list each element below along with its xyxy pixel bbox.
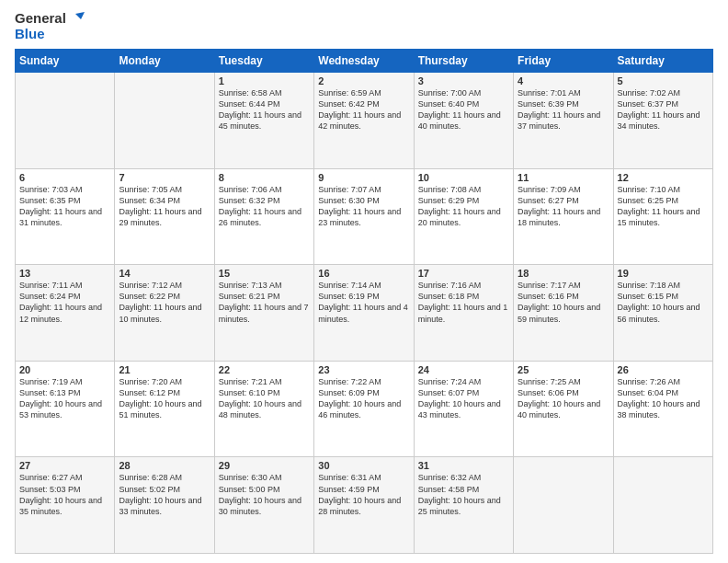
day-info: Sunrise: 7:14 AM Sunset: 6:19 PM Dayligh… bbox=[318, 280, 409, 325]
weekday-header-row: SundayMondayTuesdayWednesdayThursdayFrid… bbox=[16, 50, 713, 73]
calendar-cell: 13Sunrise: 7:11 AM Sunset: 6:24 PM Dayli… bbox=[16, 265, 115, 362]
weekday-header-wednesday: Wednesday bbox=[314, 50, 414, 73]
calendar-cell: 27Sunrise: 6:27 AM Sunset: 5:03 PM Dayli… bbox=[16, 457, 115, 554]
calendar-week-2: 6Sunrise: 7:03 AM Sunset: 6:35 PM Daylig… bbox=[16, 168, 713, 265]
day-number: 17 bbox=[418, 268, 509, 279]
day-info: Sunrise: 7:19 AM Sunset: 6:13 PM Dayligh… bbox=[19, 376, 110, 421]
weekday-header-friday: Friday bbox=[514, 50, 613, 73]
day-info: Sunrise: 7:13 AM Sunset: 6:21 PM Dayligh… bbox=[219, 280, 310, 325]
calendar-cell: 24Sunrise: 7:24 AM Sunset: 6:07 PM Dayli… bbox=[414, 361, 513, 457]
day-number: 8 bbox=[219, 172, 310, 183]
calendar-cell: 29Sunrise: 6:30 AM Sunset: 5:00 PM Dayli… bbox=[214, 457, 313, 554]
day-number: 2 bbox=[318, 75, 409, 86]
calendar-cell bbox=[613, 457, 712, 554]
calendar-cell: 21Sunrise: 7:20 AM Sunset: 6:12 PM Dayli… bbox=[115, 361, 214, 457]
calendar-cell: 7Sunrise: 7:05 AM Sunset: 6:34 PM Daylig… bbox=[115, 168, 214, 265]
calendar-cell: 8Sunrise: 7:06 AM Sunset: 6:32 PM Daylig… bbox=[214, 168, 313, 265]
day-info: Sunrise: 7:26 AM Sunset: 6:04 PM Dayligh… bbox=[618, 376, 709, 421]
svg-marker-0 bbox=[75, 12, 85, 19]
day-number: 23 bbox=[318, 364, 409, 375]
day-info: Sunrise: 7:03 AM Sunset: 6:35 PM Dayligh… bbox=[19, 184, 110, 229]
day-number: 15 bbox=[219, 268, 310, 279]
day-number: 18 bbox=[518, 268, 609, 279]
weekday-header-sunday: Sunday bbox=[16, 50, 115, 73]
logo: General Blue bbox=[15, 11, 85, 41]
weekday-header-tuesday: Tuesday bbox=[214, 50, 313, 73]
day-number: 7 bbox=[119, 172, 210, 183]
day-number: 6 bbox=[19, 172, 110, 183]
day-info: Sunrise: 6:32 AM Sunset: 4:58 PM Dayligh… bbox=[418, 472, 509, 517]
day-info: Sunrise: 7:08 AM Sunset: 6:29 PM Dayligh… bbox=[418, 184, 509, 229]
calendar-cell: 3Sunrise: 7:00 AM Sunset: 6:40 PM Daylig… bbox=[414, 73, 513, 169]
calendar-cell: 16Sunrise: 7:14 AM Sunset: 6:19 PM Dayli… bbox=[314, 265, 414, 362]
calendar-week-4: 20Sunrise: 7:19 AM Sunset: 6:13 PM Dayli… bbox=[16, 361, 713, 457]
day-number: 29 bbox=[219, 460, 310, 471]
day-number: 28 bbox=[119, 460, 210, 471]
calendar-cell: 15Sunrise: 7:13 AM Sunset: 6:21 PM Dayli… bbox=[214, 265, 313, 362]
day-info: Sunrise: 7:20 AM Sunset: 6:12 PM Dayligh… bbox=[119, 376, 210, 421]
day-info: Sunrise: 7:18 AM Sunset: 6:15 PM Dayligh… bbox=[618, 280, 709, 325]
logo-blue-text: Blue bbox=[15, 27, 85, 42]
weekday-header-monday: Monday bbox=[115, 50, 214, 73]
day-info: Sunrise: 7:10 AM Sunset: 6:25 PM Dayligh… bbox=[618, 184, 709, 229]
day-number: 21 bbox=[119, 364, 210, 375]
calendar-cell: 22Sunrise: 7:21 AM Sunset: 6:10 PM Dayli… bbox=[214, 361, 313, 457]
day-number: 5 bbox=[618, 75, 709, 86]
calendar-cell bbox=[16, 73, 115, 169]
calendar-cell bbox=[514, 457, 613, 554]
day-info: Sunrise: 7:24 AM Sunset: 6:07 PM Dayligh… bbox=[418, 376, 509, 421]
day-info: Sunrise: 7:00 AM Sunset: 6:40 PM Dayligh… bbox=[418, 87, 509, 132]
day-number: 24 bbox=[418, 364, 509, 375]
page-header: General Blue bbox=[15, 11, 713, 41]
calendar-cell: 31Sunrise: 6:32 AM Sunset: 4:58 PM Dayli… bbox=[414, 457, 513, 554]
day-info: Sunrise: 7:01 AM Sunset: 6:39 PM Dayligh… bbox=[518, 87, 609, 132]
calendar-cell: 25Sunrise: 7:25 AM Sunset: 6:06 PM Dayli… bbox=[514, 361, 613, 457]
logo-bird-icon bbox=[68, 12, 85, 25]
calendar-cell: 14Sunrise: 7:12 AM Sunset: 6:22 PM Dayli… bbox=[115, 265, 214, 362]
day-info: Sunrise: 7:07 AM Sunset: 6:30 PM Dayligh… bbox=[318, 184, 409, 229]
logo-general-text: General bbox=[15, 11, 66, 27]
calendar-cell: 19Sunrise: 7:18 AM Sunset: 6:15 PM Dayli… bbox=[613, 265, 712, 362]
calendar-cell: 18Sunrise: 7:17 AM Sunset: 6:16 PM Dayli… bbox=[514, 265, 613, 362]
day-number: 9 bbox=[318, 172, 409, 183]
day-info: Sunrise: 6:58 AM Sunset: 6:44 PM Dayligh… bbox=[219, 87, 310, 132]
calendar-cell: 4Sunrise: 7:01 AM Sunset: 6:39 PM Daylig… bbox=[514, 73, 613, 169]
day-info: Sunrise: 7:21 AM Sunset: 6:10 PM Dayligh… bbox=[219, 376, 310, 421]
calendar-cell: 2Sunrise: 6:59 AM Sunset: 6:42 PM Daylig… bbox=[314, 73, 414, 169]
day-number: 13 bbox=[19, 268, 110, 279]
weekday-header-saturday: Saturday bbox=[613, 50, 712, 73]
calendar-week-3: 13Sunrise: 7:11 AM Sunset: 6:24 PM Dayli… bbox=[16, 265, 713, 362]
day-info: Sunrise: 7:12 AM Sunset: 6:22 PM Dayligh… bbox=[119, 280, 210, 325]
calendar-cell: 28Sunrise: 6:28 AM Sunset: 5:02 PM Dayli… bbox=[115, 457, 214, 554]
calendar-cell: 5Sunrise: 7:02 AM Sunset: 6:37 PM Daylig… bbox=[613, 73, 712, 169]
day-number: 27 bbox=[19, 460, 110, 471]
day-info: Sunrise: 6:59 AM Sunset: 6:42 PM Dayligh… bbox=[318, 87, 409, 132]
day-number: 14 bbox=[119, 268, 210, 279]
calendar-cell: 10Sunrise: 7:08 AM Sunset: 6:29 PM Dayli… bbox=[414, 168, 513, 265]
calendar-table: SundayMondayTuesdayWednesdayThursdayFrid… bbox=[15, 49, 713, 554]
day-info: Sunrise: 7:06 AM Sunset: 6:32 PM Dayligh… bbox=[219, 184, 310, 229]
day-number: 30 bbox=[318, 460, 409, 471]
day-info: Sunrise: 7:22 AM Sunset: 6:09 PM Dayligh… bbox=[318, 376, 409, 421]
day-info: Sunrise: 7:05 AM Sunset: 6:34 PM Dayligh… bbox=[119, 184, 210, 229]
calendar-cell: 17Sunrise: 7:16 AM Sunset: 6:18 PM Dayli… bbox=[414, 265, 513, 362]
calendar-cell: 20Sunrise: 7:19 AM Sunset: 6:13 PM Dayli… bbox=[16, 361, 115, 457]
day-info: Sunrise: 7:11 AM Sunset: 6:24 PM Dayligh… bbox=[19, 280, 110, 325]
day-number: 11 bbox=[518, 172, 609, 183]
day-number: 3 bbox=[418, 75, 509, 86]
day-info: Sunrise: 6:31 AM Sunset: 4:59 PM Dayligh… bbox=[318, 472, 409, 517]
weekday-header-thursday: Thursday bbox=[414, 50, 513, 73]
calendar-cell bbox=[115, 73, 214, 169]
day-info: Sunrise: 6:30 AM Sunset: 5:00 PM Dayligh… bbox=[219, 472, 310, 517]
day-number: 4 bbox=[518, 75, 609, 86]
logo-container: General Blue bbox=[15, 11, 85, 41]
calendar-week-5: 27Sunrise: 6:27 AM Sunset: 5:03 PM Dayli… bbox=[16, 457, 713, 554]
day-number: 22 bbox=[219, 364, 310, 375]
day-info: Sunrise: 7:02 AM Sunset: 6:37 PM Dayligh… bbox=[618, 87, 709, 132]
calendar-cell: 12Sunrise: 7:10 AM Sunset: 6:25 PM Dayli… bbox=[613, 168, 712, 265]
calendar-cell: 9Sunrise: 7:07 AM Sunset: 6:30 PM Daylig… bbox=[314, 168, 414, 265]
day-number: 10 bbox=[418, 172, 509, 183]
calendar-cell: 26Sunrise: 7:26 AM Sunset: 6:04 PM Dayli… bbox=[613, 361, 712, 457]
day-info: Sunrise: 6:27 AM Sunset: 5:03 PM Dayligh… bbox=[19, 472, 110, 517]
day-info: Sunrise: 7:16 AM Sunset: 6:18 PM Dayligh… bbox=[418, 280, 509, 325]
